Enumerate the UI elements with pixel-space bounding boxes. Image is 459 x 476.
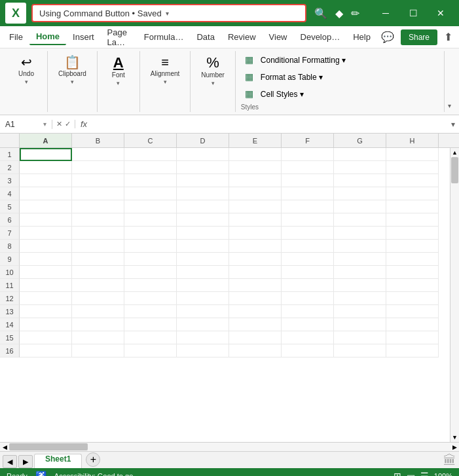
format-as-table-button[interactable]: ▦ Format as Table ▾ xyxy=(241,69,439,85)
cell-C11[interactable] xyxy=(124,279,177,292)
cell-F13[interactable] xyxy=(282,305,334,318)
cell-E12[interactable] xyxy=(229,292,282,305)
cell-E9[interactable] xyxy=(229,253,282,266)
cell-G13[interactable] xyxy=(334,305,386,318)
cell-G1[interactable] xyxy=(334,148,386,161)
cell-A3[interactable] xyxy=(20,174,72,187)
cell-A1[interactable] xyxy=(20,148,72,161)
row-number-12[interactable]: 12 xyxy=(0,292,20,305)
cell-B3[interactable] xyxy=(72,174,124,187)
close-button[interactable]: ✕ xyxy=(428,0,454,26)
menu-page-layout[interactable]: Page La… xyxy=(101,25,138,50)
cell-E11[interactable] xyxy=(229,279,282,292)
cell-F2[interactable] xyxy=(282,161,334,174)
scroll-left-button[interactable]: ◀ xyxy=(0,443,9,452)
cell-B15[interactable] xyxy=(72,331,124,344)
row-number-4[interactable]: 4 xyxy=(0,187,20,200)
cell-G10[interactable] xyxy=(334,266,386,279)
scroll-thumb[interactable] xyxy=(451,157,458,183)
font-button[interactable]: A Font ▾ xyxy=(104,54,133,88)
cell-H2[interactable] xyxy=(386,161,439,174)
cell-ref-dropdown[interactable]: ▾ xyxy=(43,120,46,128)
conditional-formatting-button[interactable]: ▦ Conditional Formatting ▾ xyxy=(241,52,439,68)
cell-C14[interactable] xyxy=(124,318,177,331)
cell-B13[interactable] xyxy=(72,305,124,318)
cell-G6[interactable] xyxy=(334,213,386,227)
cell-A15[interactable] xyxy=(20,331,72,344)
cell-B1[interactable] xyxy=(72,148,124,161)
cell-C8[interactable] xyxy=(124,240,177,253)
cell-C13[interactable] xyxy=(124,305,177,318)
clipboard-dropdown[interactable]: ▾ xyxy=(71,79,74,85)
cell-E7[interactable] xyxy=(229,227,282,240)
cell-C2[interactable] xyxy=(124,161,177,174)
row-number-16[interactable]: 16 xyxy=(0,344,20,357)
cell-F7[interactable] xyxy=(282,227,334,240)
minimize-button[interactable]: ─ xyxy=(373,0,399,26)
cell-D7[interactable] xyxy=(177,227,229,240)
ribbon-collapse-button[interactable]: ▾ xyxy=(445,51,454,112)
menu-view[interactable]: View xyxy=(263,29,294,45)
cell-A5[interactable] xyxy=(20,200,72,213)
cell-B8[interactable] xyxy=(72,240,124,253)
cell-A12[interactable] xyxy=(20,292,72,305)
cell-B11[interactable] xyxy=(72,279,124,292)
cell-F9[interactable] xyxy=(282,253,334,266)
font-dropdown[interactable]: ▾ xyxy=(117,80,120,86)
cell-B7[interactable] xyxy=(72,227,124,240)
cell-B2[interactable] xyxy=(72,161,124,174)
cell-H4[interactable] xyxy=(386,187,439,200)
cell-D15[interactable] xyxy=(177,331,229,344)
col-header-e[interactable]: E xyxy=(229,134,282,147)
cell-G3[interactable] xyxy=(334,174,386,187)
cell-D16[interactable] xyxy=(177,344,229,357)
cell-F8[interactable] xyxy=(282,240,334,253)
h-scroll-thumb[interactable] xyxy=(9,443,88,450)
col-header-b[interactable]: B xyxy=(72,134,124,147)
cell-D8[interactable] xyxy=(177,240,229,253)
cell-F3[interactable] xyxy=(282,174,334,187)
col-header-d[interactable]: D xyxy=(177,134,229,147)
cell-B4[interactable] xyxy=(72,187,124,200)
user-share-icon[interactable]: ⬆ xyxy=(440,28,456,46)
undo-dropdown[interactable]: ▾ xyxy=(25,79,28,85)
cell-F4[interactable] xyxy=(282,187,334,200)
cell-D5[interactable] xyxy=(177,200,229,213)
cell-E16[interactable] xyxy=(229,344,282,357)
number-button[interactable]: % Number ▾ xyxy=(197,54,229,88)
cell-E10[interactable] xyxy=(229,266,282,279)
cell-E4[interactable] xyxy=(229,187,282,200)
col-header-c[interactable]: C xyxy=(124,134,177,147)
cell-B14[interactable] xyxy=(72,318,124,331)
col-header-g[interactable]: G xyxy=(334,134,386,147)
cell-C5[interactable] xyxy=(124,200,177,213)
cell-D9[interactable] xyxy=(177,253,229,266)
cell-F16[interactable] xyxy=(282,344,334,357)
cell-F12[interactable] xyxy=(282,292,334,305)
cell-F14[interactable] xyxy=(282,318,334,331)
row-number-11[interactable]: 11 xyxy=(0,279,20,292)
cell-H11[interactable] xyxy=(386,279,439,292)
horizontal-scrollbar[interactable]: ◀ ▶ xyxy=(0,442,459,451)
cell-F6[interactable] xyxy=(282,213,334,227)
cell-H15[interactable] xyxy=(386,331,439,344)
title-dropdown-icon[interactable]: ▾ xyxy=(166,10,169,17)
cell-H8[interactable] xyxy=(386,240,439,253)
cell-G16[interactable] xyxy=(334,344,386,357)
formula-input[interactable] xyxy=(92,120,447,129)
cell-E13[interactable] xyxy=(229,305,282,318)
cell-C6[interactable] xyxy=(124,213,177,227)
cell-D11[interactable] xyxy=(177,279,229,292)
cell-B16[interactable] xyxy=(72,344,124,357)
row-number-3[interactable]: 3 xyxy=(0,174,20,187)
cell-B10[interactable] xyxy=(72,266,124,279)
cell-A10[interactable] xyxy=(20,266,72,279)
cell-D6[interactable] xyxy=(177,213,229,227)
cell-F1[interactable] xyxy=(282,148,334,161)
grid-view-icon[interactable]: ⊞ xyxy=(394,471,401,476)
row-number-1[interactable]: 1 xyxy=(0,148,20,161)
cell-G15[interactable] xyxy=(334,331,386,344)
row-number-2[interactable]: 2 xyxy=(0,161,20,174)
cell-C15[interactable] xyxy=(124,331,177,344)
menu-insert[interactable]: Insert xyxy=(66,29,101,45)
